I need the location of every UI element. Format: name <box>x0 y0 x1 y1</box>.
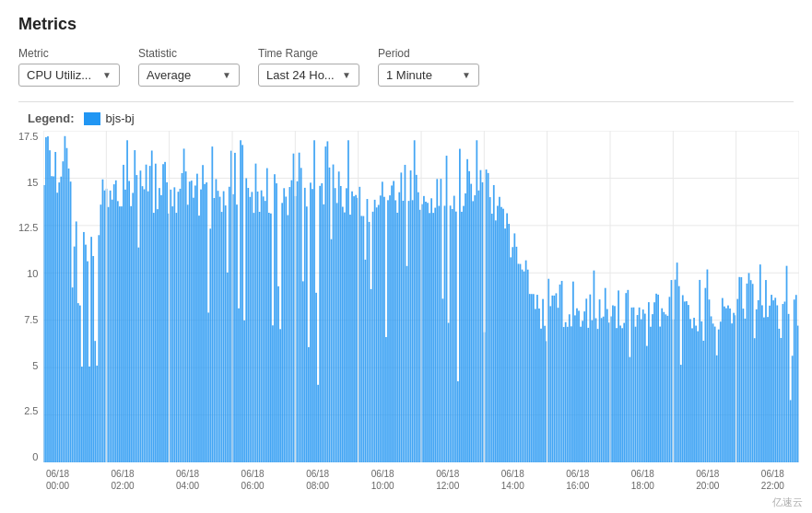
svg-rect-105 <box>227 273 229 462</box>
svg-rect-296 <box>588 328 590 462</box>
svg-rect-324 <box>641 320 642 462</box>
svg-rect-250 <box>501 207 503 462</box>
svg-rect-275 <box>548 279 550 462</box>
metric-value: CPU Utiliz... <box>27 68 91 82</box>
svg-rect-337 <box>665 314 667 462</box>
period-arrow: ▼ <box>462 70 471 80</box>
svg-rect-407 <box>797 326 799 462</box>
svg-rect-219 <box>442 298 444 462</box>
svg-rect-85 <box>189 181 191 462</box>
svg-rect-17 <box>61 177 63 462</box>
svg-rect-261 <box>522 270 524 462</box>
svg-rect-153 <box>318 385 320 462</box>
svg-rect-223 <box>450 205 452 462</box>
svg-rect-384 <box>754 338 756 462</box>
svg-rect-244 <box>489 197 491 462</box>
svg-rect-347 <box>684 301 686 462</box>
svg-rect-321 <box>635 327 637 462</box>
svg-rect-368 <box>724 307 725 462</box>
svg-rect-150 <box>312 189 314 462</box>
x-axis-label: 06/1820:00 <box>696 468 719 492</box>
svg-rect-110 <box>237 204 239 462</box>
statistic-dropdown[interactable]: Average ▼ <box>138 64 240 87</box>
svg-rect-305 <box>605 288 606 462</box>
svg-rect-162 <box>335 188 336 462</box>
legend-series: bjs-bj <box>106 111 135 125</box>
svg-rect-199 <box>405 165 406 462</box>
svg-rect-37 <box>99 235 100 462</box>
svg-rect-288 <box>572 282 574 462</box>
svg-rect-306 <box>606 309 608 462</box>
svg-rect-382 <box>750 280 752 462</box>
svg-rect-63 <box>147 192 149 462</box>
svg-rect-68 <box>157 209 159 462</box>
svg-rect-144 <box>300 168 302 462</box>
metric-label: Metric <box>18 47 120 60</box>
period-label: Period <box>378 47 479 60</box>
svg-rect-58 <box>138 248 140 462</box>
svg-rect-264 <box>527 270 529 462</box>
svg-rect-387 <box>759 264 761 462</box>
timerange-dropdown[interactable]: Last 24 Ho... ▼ <box>258 64 359 87</box>
timerange-value: Last 24 Ho... <box>266 68 335 82</box>
svg-rect-344 <box>678 286 680 462</box>
x-axis-label: 06/1816:00 <box>566 468 589 492</box>
svg-rect-30 <box>86 245 88 462</box>
svg-rect-167 <box>344 213 346 462</box>
svg-rect-216 <box>437 179 439 462</box>
svg-rect-91 <box>201 190 203 462</box>
svg-rect-27 <box>79 306 81 462</box>
metric-dropdown[interactable]: CPU Utiliz... ▼ <box>18 64 120 87</box>
x-axis-label: 06/1814:00 <box>501 468 524 492</box>
svg-rect-364 <box>716 356 718 462</box>
svg-rect-287 <box>571 326 572 462</box>
period-dropdown[interactable]: 1 Minute ▼ <box>378 64 479 87</box>
svg-rect-35 <box>95 341 97 462</box>
legend-label: Legend: <box>28 111 75 125</box>
svg-rect-125 <box>265 201 266 462</box>
svg-rect-19 <box>65 136 66 462</box>
svg-rect-65 <box>151 150 153 462</box>
svg-rect-165 <box>340 186 342 462</box>
svg-rect-44 <box>112 200 113 462</box>
svg-rect-343 <box>677 262 678 462</box>
svg-rect-126 <box>266 169 268 462</box>
svg-rect-383 <box>752 284 754 462</box>
svg-rect-72 <box>165 162 167 462</box>
svg-rect-376 <box>739 277 741 462</box>
svg-rect-352 <box>694 318 696 462</box>
svg-rect-220 <box>444 205 446 462</box>
svg-rect-252 <box>505 228 507 462</box>
svg-rect-375 <box>737 299 739 462</box>
svg-rect-265 <box>529 294 531 462</box>
chart-svg <box>43 131 799 462</box>
svg-rect-400 <box>784 301 786 462</box>
svg-rect-320 <box>633 308 635 462</box>
svg-rect-187 <box>382 181 383 462</box>
svg-rect-179 <box>367 199 369 462</box>
svg-rect-367 <box>722 298 724 462</box>
svg-rect-120 <box>255 164 257 462</box>
svg-rect-233 <box>469 171 471 462</box>
svg-rect-103 <box>223 192 225 462</box>
svg-rect-267 <box>533 294 535 462</box>
svg-rect-359 <box>707 270 709 462</box>
svg-rect-276 <box>550 306 552 462</box>
svg-rect-270 <box>539 309 541 462</box>
svg-rect-285 <box>567 327 569 462</box>
svg-rect-76 <box>172 206 174 462</box>
svg-rect-80 <box>180 189 182 462</box>
svg-rect-160 <box>331 239 333 462</box>
svg-rect-389 <box>763 318 765 462</box>
svg-rect-140 <box>293 154 295 462</box>
svg-rect-106 <box>229 187 230 462</box>
svg-rect-210 <box>426 202 428 462</box>
svg-rect-371 <box>730 309 732 462</box>
svg-rect-231 <box>465 193 467 462</box>
svg-rect-118 <box>252 192 253 462</box>
svg-rect-86 <box>191 181 193 462</box>
svg-rect-107 <box>230 151 232 462</box>
svg-rect-284 <box>565 322 567 462</box>
svg-rect-43 <box>110 191 112 462</box>
svg-rect-299 <box>594 271 595 462</box>
